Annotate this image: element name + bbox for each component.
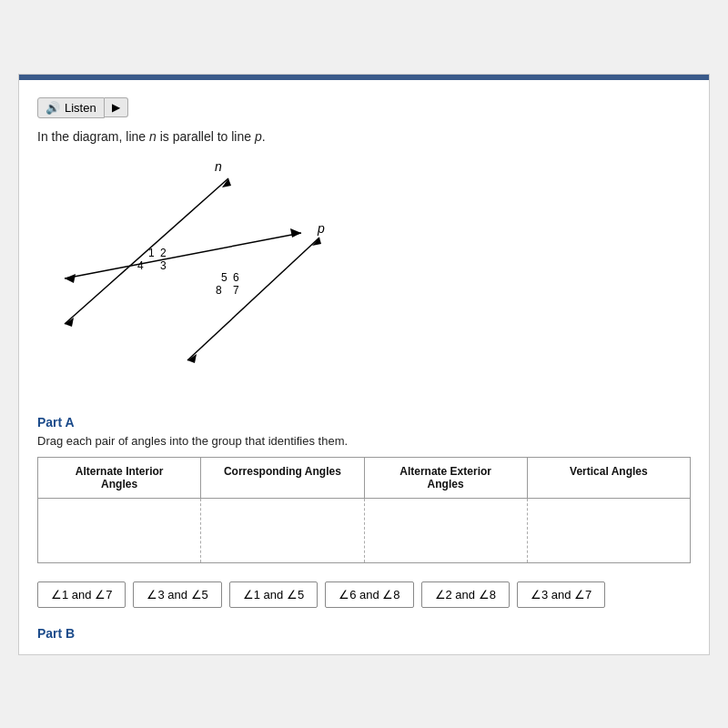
drag-instruction: Drag each pair of angles into the group … <box>37 434 691 448</box>
draggable-items-area: ∠1 and ∠7 ∠3 and ∠5 ∠1 and ∠5 ∠6 and ∠8 … <box>37 577 691 612</box>
svg-marker-7 <box>65 274 76 283</box>
p-label: p <box>317 221 325 236</box>
svg-line-3 <box>187 238 319 360</box>
line-n-label: n <box>149 129 157 144</box>
play-button[interactable]: ▶ <box>105 97 128 117</box>
drop-zone-alt-exterior[interactable] <box>365 499 528 562</box>
drop-zone-container: Alternate InteriorAngles Corresponding A… <box>37 457 691 563</box>
intro-before: In the diagram, line <box>37 129 149 144</box>
angle-6: 6 <box>233 271 239 284</box>
intro-end: . <box>262 129 266 144</box>
drop-headers-row: Alternate InteriorAngles Corresponding A… <box>38 458 690 499</box>
drag-item-5[interactable]: ∠2 and ∠8 <box>421 581 510 608</box>
top-bar <box>19 75 709 80</box>
play-icon: ▶ <box>112 101 120 114</box>
svg-marker-8 <box>290 228 301 238</box>
header-alt-exterior: Alternate ExteriorAngles <box>365 458 528 498</box>
drag-item-3[interactable]: ∠1 and ∠5 <box>229 581 318 608</box>
drop-zones-row <box>38 499 690 562</box>
header-vertical: Vertical Angles <box>528 458 690 498</box>
listen-bar: 🔊 Listen ▶ <box>37 97 691 118</box>
angle-4: 4 <box>137 259 144 272</box>
line-p-label: p <box>255 129 262 144</box>
angle-2: 2 <box>160 247 167 259</box>
drop-zone-vertical[interactable] <box>528 499 690 562</box>
drag-item-4[interactable]: ∠6 and ∠8 <box>325 581 413 608</box>
header-alt-interior: Alternate InteriorAngles <box>38 458 201 498</box>
drag-item-6[interactable]: ∠3 and ∠7 <box>517 581 605 608</box>
intro-middle: is parallel to line <box>157 129 255 144</box>
drag-item-1[interactable]: ∠1 and ∠7 <box>37 581 126 608</box>
svg-line-6 <box>65 233 301 278</box>
n-label: n <box>215 159 222 174</box>
listen-button[interactable]: 🔊 Listen <box>37 97 105 118</box>
angle-8: 8 <box>216 284 222 297</box>
listen-label: Listen <box>65 101 96 115</box>
angle-5: 5 <box>221 271 228 284</box>
diagram-area: n p 1 2 3 4 5 6 7 <box>37 151 691 406</box>
angle-7: 7 <box>233 284 239 297</box>
part-b-label: Part B <box>37 626 691 641</box>
svg-marker-4 <box>312 238 321 246</box>
angle-1: 1 <box>148 247 155 259</box>
drag-item-2[interactable]: ∠3 and ∠5 <box>133 581 221 608</box>
header-corresponding: Corresponding Angles <box>201 458 364 498</box>
geometry-diagram: n p 1 2 3 4 5 6 7 <box>37 151 365 397</box>
part-a-label: Part A <box>37 415 691 430</box>
angle-3: 3 <box>160 259 167 272</box>
drop-zone-corresponding[interactable] <box>201 499 364 562</box>
drop-zone-alt-interior[interactable] <box>38 499 201 562</box>
speaker-icon: 🔊 <box>46 101 60 115</box>
intro-text: In the diagram, line n is parallel to li… <box>37 129 691 144</box>
